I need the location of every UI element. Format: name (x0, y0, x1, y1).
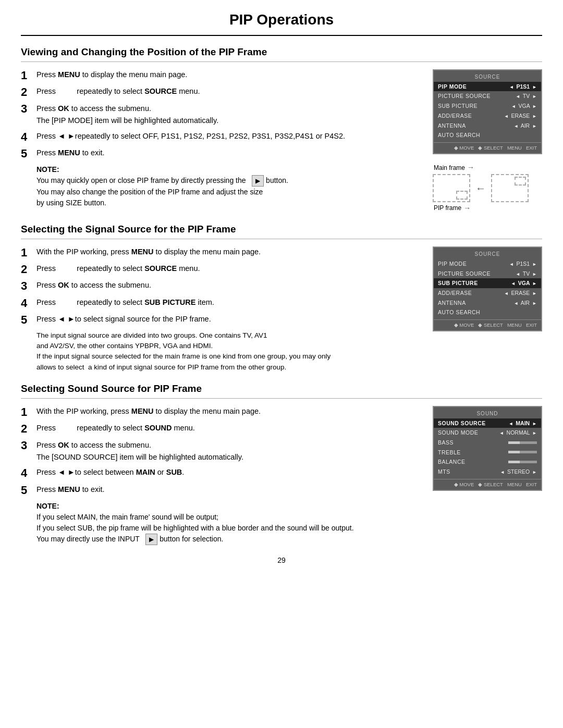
step-text-3-4: Press ◄ ►to select between MAIN or SUB. (36, 467, 184, 478)
step-2-4: 4 Press repeatedly to select SUB PICTURE… (21, 297, 413, 310)
step-text-3-5: Press MENU to exit. (36, 484, 105, 496)
step-2-1: 1 With the PIP working, press MENU to di… (21, 246, 413, 259)
section3-note: NOTE: If you select MAIN, the main frame… (36, 501, 413, 545)
menu3-row-sound-source: SOUND SOURCE MAIN (434, 418, 541, 428)
step-text-1-4: Press ◄ ►repeatedly to select OFF, P1S1,… (36, 131, 345, 142)
menu3-row-balance: BALANCE (434, 457, 541, 467)
step-1-3: 3 Press OK to access the submenu. The [P… (21, 103, 413, 127)
step-num-1-2: 2 (21, 86, 32, 98)
step-text-2-1: With the PIP working, press MENU to disp… (36, 246, 261, 258)
step-text-2-4: Press repeatedly to select SUB PICTURE i… (36, 297, 214, 309)
menu1-row-auto-search: AUTO SEARCH (434, 130, 541, 140)
step-text-1-5: Press MENU to exit. (36, 147, 105, 159)
step-num-1-1: 1 (21, 69, 32, 82)
menu1-row-add-erase: ADD/ERASE ERASE (434, 111, 541, 121)
section2-menu-box: SOURCE PIP MODE P1S1 PICTURE SOURCE TV S… (433, 246, 542, 331)
step-1-4: 4 Press ◄ ►repeatedly to select OFF, P1S… (21, 131, 413, 143)
step-num-2-5: 5 (21, 314, 32, 326)
step-num-1-4: 4 (21, 131, 32, 143)
section3-heading: Selecting Sound Source for PIP Frame (21, 382, 542, 399)
section1-menu-box: SOURCE PIP MODE P1S1 PICTURE SOURCE TV S… (433, 69, 542, 154)
section1-heading: Viewing and Changing the Position of the… (21, 45, 542, 62)
step-3-5: 5 Press MENU to exit. (21, 484, 413, 497)
menu1-row-picture-source: PICTURE SOURCE TV (434, 91, 541, 101)
menu3-row-mts: MTS STEREO (434, 467, 541, 477)
menu1-footer: ◆ MOVE◆ SELECTMENUEXIT (434, 142, 541, 151)
step-text-2-2: Press repeatedly to select SOURCE menu. (36, 263, 200, 275)
menu2-row-picture-source: PICTURE SOURCE TV (434, 269, 541, 279)
section-viewing-pip: Viewing and Changing the Position of the… (21, 45, 542, 213)
pip-frame-inner-1 (456, 191, 468, 200)
section1-ui-col: SOURCE PIP MODE P1S1 PICTURE SOURCE TV S… (422, 69, 542, 214)
step-num-3-2: 2 (21, 423, 32, 435)
menu3-header: SOUND (434, 410, 541, 417)
step-num-3-5: 5 (21, 484, 32, 497)
section2-note: The input signal source are divided into… (36, 330, 413, 373)
step-num-2-2: 2 (21, 263, 32, 276)
main-frame-2 (491, 174, 529, 202)
step-3-1: 1 With the PIP working, press MENU to di… (21, 406, 413, 418)
step-1-5: 5 Press MENU to exit. (21, 147, 413, 160)
step-num-3-1: 1 (21, 406, 32, 418)
pip-diagram: Main frame → ← PIP frame → (433, 163, 542, 213)
step-num-2-3: 3 (21, 280, 32, 292)
step-3-3: 3 Press OK to access the submenu. The [S… (21, 439, 413, 463)
step-1-1: 1 Press MENU to display the menu main pa… (21, 69, 413, 82)
step-num-2-1: 1 (21, 246, 32, 259)
section2-ui-col: SOURCE PIP MODE P1S1 PICTURE SOURCE TV S… (422, 246, 542, 373)
section-sound-source: Selecting Sound Source for PIP Frame 1 W… (21, 382, 542, 545)
step-num-3-3: 3 (21, 439, 32, 452)
section3-steps: 1 With the PIP working, press MENU to di… (21, 406, 413, 545)
menu3-row-bass: BASS (434, 438, 541, 448)
step-2-5: 5 Press ◄ ►to select signal source for t… (21, 314, 413, 326)
menu2-row-antenna: ANTENNA AIR (434, 298, 541, 308)
section1-note: NOTE: You may quickly open or close PIP … (36, 164, 413, 208)
section3-ui-col: SOUND SOUND SOURCE MAIN SOUND MODE NORMA… (422, 406, 542, 545)
menu2-row-add-erase: ADD/ERASE ERASE (434, 288, 541, 298)
menu3-row-sound-mode: SOUND MODE NORMAL (434, 428, 541, 438)
step-text-3-3: Press OK to access the submenu. The [SOU… (36, 441, 243, 461)
menu2-header: SOURCE (434, 251, 541, 258)
section1-steps: 1 Press MENU to display the menu main pa… (21, 69, 413, 214)
menu1-row-antenna: ANTENNA AIR (434, 121, 541, 131)
menu3-footer: ◆ MOVE◆ SELECTMENUEXIT (434, 479, 541, 488)
step-text-2-3: Press OK to access the submenu. (36, 280, 151, 291)
menu1-row-sub-picture: SUB PICTURE VGA (434, 101, 541, 111)
step-text-3-2: Press repeatedly to select SOUND menu. (36, 423, 195, 434)
menu2-row-auto-search: AUTO SEARCH (434, 307, 541, 317)
step-text-1-2: Press repeatedly to select SOURCE menu. (36, 86, 200, 97)
menu3-row-treble: TREBLE (434, 448, 541, 458)
menu2-row-sub-picture: SUB PICTURE VGA (434, 278, 541, 288)
step-text-3-1: With the PIP working, press MENU to disp… (36, 406, 261, 417)
section2-heading: Selecting the Signal Source for the PIP … (21, 223, 542, 239)
page-title: PIP Operations (21, 0, 542, 36)
step-num-2-4: 4 (21, 297, 32, 310)
step-1-2: 2 Press repeatedly to select SOURCE menu… (21, 86, 413, 98)
main-frame-1 (433, 174, 470, 202)
step-text-1-1: Press MENU to display the menu main page… (36, 69, 187, 81)
step-2-2: 2 Press repeatedly to select SOURCE menu… (21, 263, 413, 276)
menu2-footer: ◆ MOVE◆ SELECTMENUEXIT (434, 319, 541, 328)
step-text-2-5: Press ◄ ►to select signal source for the… (36, 314, 211, 325)
step-num-3-4: 4 (21, 467, 32, 479)
step-num-1-5: 5 (21, 147, 32, 160)
menu1-header: SOURCE (434, 73, 541, 81)
menu1-row-pip-mode: PIP MODE P1S1 (434, 82, 541, 92)
step-3-4: 4 Press ◄ ►to select between MAIN or SUB… (21, 467, 413, 479)
section2-steps: 1 With the PIP working, press MENU to di… (21, 246, 413, 373)
step-num-1-3: 3 (21, 103, 32, 115)
menu2-row-pip-mode: PIP MODE P1S1 (434, 259, 541, 269)
step-text-1-3: Press OK to access the submenu. The [PIP… (36, 104, 218, 125)
page-number: 29 (21, 556, 542, 566)
pip-frame-inner-2 (515, 177, 526, 186)
step-2-3: 3 Press OK to access the submenu. (21, 280, 413, 292)
section-signal-source: Selecting the Signal Source for the PIP … (21, 223, 542, 373)
section3-menu-box: SOUND SOUND SOURCE MAIN SOUND MODE NORMA… (433, 406, 542, 491)
step-3-2: 2 Press repeatedly to select SOUND menu. (21, 423, 413, 435)
